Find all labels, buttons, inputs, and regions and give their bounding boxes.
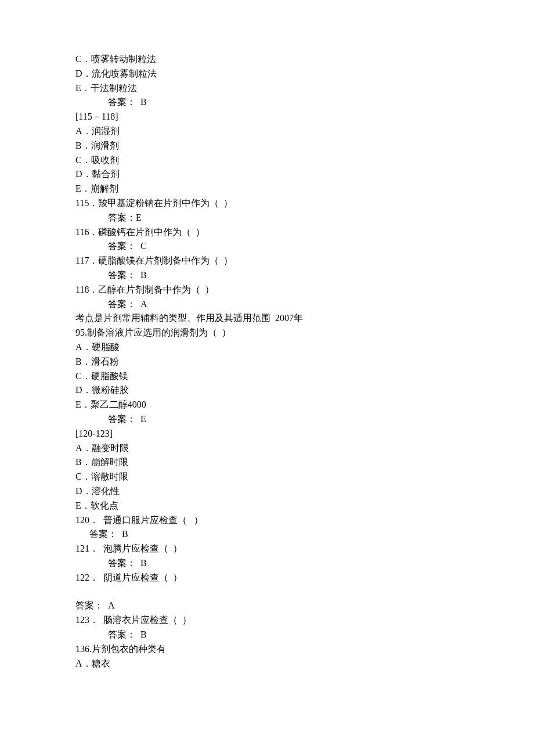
text-line: 122． 阴道片应检查（ ） [75, 571, 459, 585]
text-line: E．干法制粒法 [75, 81, 459, 96]
text-line: D．溶化性 [75, 484, 459, 499]
text-line: 答案： B [75, 268, 459, 283]
text-line: E．软化点 [75, 499, 459, 513]
text-line: C．硬脂酸镁 [75, 369, 459, 384]
text-line: C．溶散时限 [75, 470, 459, 484]
text-line: C．喷雾转动制粒法 [75, 52, 459, 67]
text-line: 答案： B [75, 628, 459, 642]
text-line: 答案：E [75, 211, 459, 225]
text-line: 116．磷酸钙在片剂中作为（ ） [75, 225, 459, 240]
text-line: A．糖衣 [75, 657, 459, 671]
text-line: 118．乙醇在片剂制备中作为（ ） [75, 283, 459, 297]
text-line: 答案： A [75, 599, 459, 613]
text-line: D．流化喷雾制粒法 [75, 67, 459, 81]
text-line: A．硬脂酸 [75, 340, 459, 355]
text-line: C．吸收剂 [75, 153, 459, 168]
text-line: 答案： B [75, 527, 459, 542]
text-line [75, 585, 459, 599]
text-line: 121． 泡腾片应检查（ ） [75, 542, 459, 556]
text-line: 95.制备溶液片应选用的润滑剂为（ ） [75, 326, 459, 340]
text-line: 答案： B [75, 556, 459, 571]
text-line: B．崩解时限 [75, 455, 459, 470]
text-line: 答案： E [75, 412, 459, 427]
text-line: 117．硬脂酸镁在片剂制备中作为（ ） [75, 254, 459, 268]
text-line: A．融变时限 [75, 441, 459, 456]
text-line: 考点是片剂常用辅料的类型、作用及其适用范围 2007年 [75, 311, 459, 326]
text-line: [115－118] [75, 110, 459, 124]
text-line: 答案： A [75, 297, 459, 312]
text-line: 136.片剂包衣的种类有 [75, 642, 459, 657]
text-line: B．润滑剂 [75, 139, 459, 153]
text-line: B．滑石粉 [75, 355, 459, 369]
text-line: 120． 普通口服片应检查（ ） [75, 513, 459, 528]
text-line: E．崩解剂 [75, 182, 459, 196]
text-line: [120-123] [75, 427, 459, 441]
text-line: 123． 肠溶衣片应检查（ ） [75, 613, 459, 628]
text-line: 答案： B [75, 95, 459, 110]
text-line: 115．羧甲基淀粉钠在片剂中作为（ ） [75, 196, 459, 211]
text-line: 答案： C [75, 239, 459, 254]
text-line: E．聚乙二醇4000 [75, 398, 459, 412]
text-line: D．微粉硅胶 [75, 383, 459, 398]
text-line: A．润湿剂 [75, 124, 459, 139]
text-line: D．黏合剂 [75, 167, 459, 182]
